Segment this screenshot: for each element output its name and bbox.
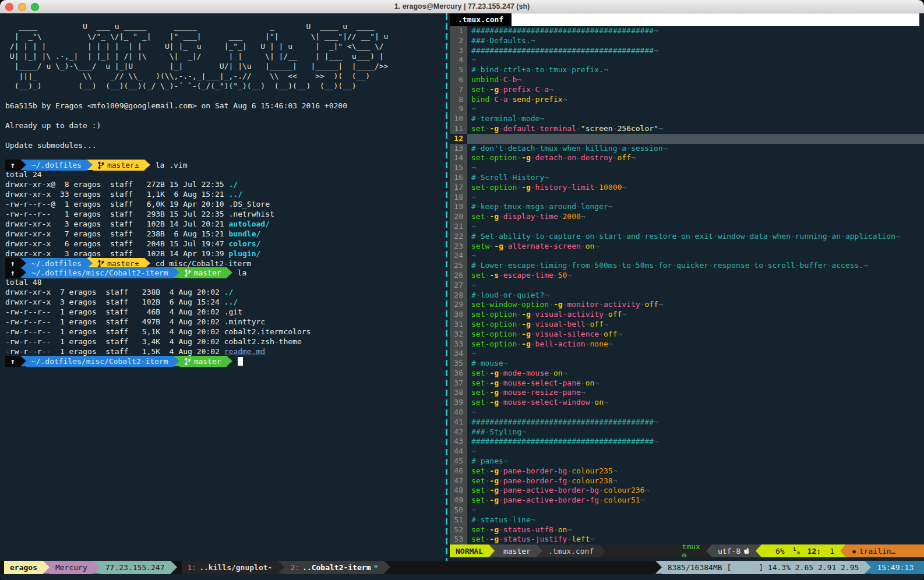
tmux-window-2-active[interactable]: 2:..Cobalt2-iterm*: [284, 561, 384, 574]
branch-name: master±: [107, 160, 139, 170]
tmux-window-1[interactable]: 1:..kills/gnuplot-: [182, 561, 278, 574]
code-token: application: [845, 232, 895, 241]
vim-pane[interactable]: .tmux.conf 1############################…: [450, 13, 924, 561]
code-token: -g: [521, 153, 531, 162]
file-name: cobalt2.itermcolors: [224, 327, 311, 336]
code-token: mouse-select-pane: [503, 379, 581, 387]
vim-buffer[interactable]: 1#######################################…: [450, 26, 924, 544]
whitespace-dot: ·: [531, 85, 535, 94]
terminal-output-line: total 48: [5, 277, 445, 287]
code-line: set·-g·mouse-select-window·on¬: [467, 398, 924, 408]
code-line: ¬: [467, 104, 924, 114]
file-name[interactable]: readme.md: [224, 347, 265, 356]
vim-whitespace-warning: ✹ trailin…: [846, 544, 924, 557]
whitespace-dot: ·: [489, 95, 494, 104]
whitespace-dot: ·: [676, 232, 681, 241]
code-token: keep: [481, 202, 499, 211]
tmux-label: tmux: [682, 544, 700, 551]
code-token: #: [471, 114, 476, 123]
eol-mark: ¬: [581, 212, 586, 221]
code-line: ¬: [467, 281, 924, 291]
minimize-button[interactable]: [18, 3, 26, 11]
session-user: eragos: [4, 561, 43, 574]
titlebar[interactable]: 1. eragos@Mercury | 77.23.155.247 (sh): [0, 0, 924, 13]
code-token: colour235: [572, 466, 612, 475]
shell-pane[interactable]: ____ U ___ u _____ _____ _ U ____ u ____…: [0, 13, 445, 561]
code-token: capture: [549, 232, 581, 241]
code-token: -g: [489, 124, 499, 133]
eol-mark: ¬: [471, 55, 476, 64]
line-number: 22: [450, 232, 467, 242]
eol-mark: ¬: [895, 232, 900, 241]
tmux-pane-border[interactable]: [446, 13, 447, 561]
code-token: -g: [489, 486, 499, 494]
line-number: 39: [450, 398, 467, 408]
eol-mark: ¬: [544, 291, 549, 299]
code-line: set·-g·pane-border-fg·colour238¬: [467, 476, 924, 486]
code-token: set: [471, 212, 485, 221]
vim-position: 6% LN 12: 1: [761, 544, 840, 557]
whitespace-dot: ·: [517, 183, 521, 192]
vim-line: 34¬: [450, 349, 924, 359]
vim-line: 32set-option·-g·visual-silence·off¬: [450, 330, 924, 339]
zoom-button[interactable]: [31, 3, 39, 11]
code-token: 50: [558, 271, 567, 280]
file-name: .netrwhist: [229, 210, 274, 218]
whitespace-dot: ·: [581, 379, 586, 387]
terminal-cursor[interactable]: [238, 357, 243, 366]
branch-icon: [98, 161, 104, 169]
code-token: set-option: [471, 330, 517, 338]
code-token: session: [631, 144, 663, 153]
file-name: colors/: [229, 239, 261, 248]
code-token: -g: [521, 310, 531, 319]
branch-icon: [185, 358, 191, 366]
line-number: 11: [450, 124, 467, 134]
code-token: -g: [521, 339, 531, 348]
code-token: mouse-resize-pane: [503, 388, 581, 397]
vim-line: 10#·terminal·mode¬: [450, 114, 924, 124]
code-token: pane-border-bg: [503, 466, 567, 475]
line-number: 48: [450, 486, 467, 496]
code-line: #·terminal·mode¬: [467, 114, 924, 124]
vim-line: 36set·-g·mode-mouse·on¬: [450, 369, 924, 379]
line-number: 16: [450, 173, 467, 183]
vim-mode-label: NORMAL: [456, 547, 483, 556]
line-number: 6: [450, 75, 467, 85]
line-number: 25: [450, 261, 467, 271]
code-token: ctrl+a: [503, 65, 531, 74]
line-number: 3: [450, 46, 467, 56]
code-token: to: [535, 65, 545, 74]
branch-icon: [98, 260, 104, 268]
whitespace-dot: ·: [690, 232, 695, 241]
code-line: unbind·C-b¬: [467, 75, 924, 85]
vim-line: 20set·-g·display-time·2000¬: [450, 212, 924, 222]
vim-line: 44¬: [450, 447, 924, 457]
encoding-label: utf-8: [718, 547, 740, 556]
code-token: visual-silence: [535, 330, 599, 338]
whitespace-dot: ·: [476, 65, 481, 74]
file-name: ../: [224, 298, 238, 306]
line-number: 53: [450, 535, 467, 544]
whitespace-dot: ·: [841, 232, 845, 241]
code-line: set·-g·default-terminal·"screen-256color…: [467, 124, 924, 134]
code-token: loud: [481, 291, 499, 299]
file-list-row: -rw-r--r-- 1 eragos staff 3,4K 4 Aug 20:…: [5, 337, 445, 346]
whitespace-dot: ·: [489, 242, 494, 250]
vim-line: 28#·loud·or·quiet?¬: [450, 291, 924, 300]
vim-git-branch: master: [495, 544, 537, 557]
code-token: -g: [489, 398, 499, 406]
vim-tab[interactable]: .tmux.conf: [450, 13, 512, 26]
vim-line: 49set·-g·pane-active-border-fg·colour51¬: [450, 496, 924, 505]
file-list-row: drwxr-xr-x 7 eragos staff 238B 6 Aug 15:…: [5, 229, 445, 239]
up-arrow-icon: ↑: [10, 160, 15, 170]
code-token: set: [471, 388, 485, 397]
whitespace-dot: ·: [558, 212, 563, 221]
whitespace-dot: ·: [576, 124, 581, 133]
vim-line: 7set·-g·prefix·C-a¬: [450, 85, 924, 95]
code-token: on: [681, 232, 690, 241]
code-token: #: [471, 173, 476, 182]
close-button[interactable]: [5, 3, 13, 11]
branch-name: master: [194, 268, 221, 278]
window-index: 2:: [290, 563, 299, 572]
shell-prompt-line: ↑~/.dotfilesmaster±la .vim: [5, 160, 445, 169]
